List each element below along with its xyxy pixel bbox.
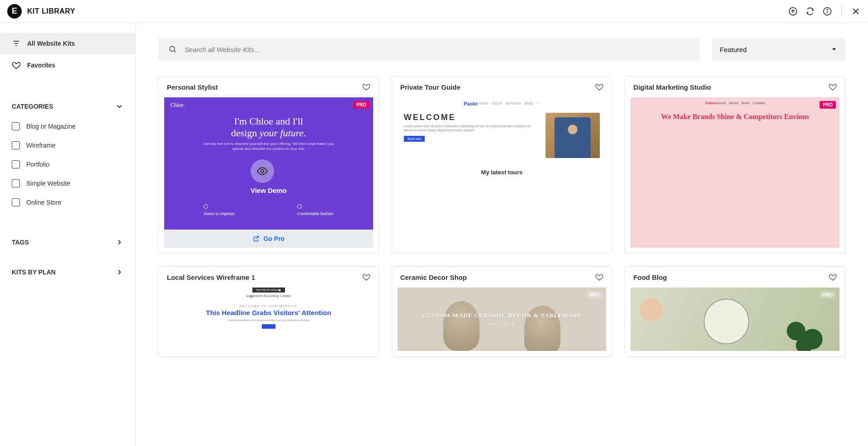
svg-point-3 xyxy=(827,9,828,10)
kit-card-digital-marketing[interactable]: Digital Marketing Studio PRO Yo&voHome A… xyxy=(625,76,845,254)
favorite-heart-icon[interactable] xyxy=(362,273,370,281)
tags-label: TAGS xyxy=(12,239,29,246)
preview-brand: Chloe. xyxy=(171,102,185,109)
main: Featured Personal Stylist PRO C xyxy=(136,23,868,446)
preview-headline: We Make Brands Shine & Competitors Envio… xyxy=(648,109,823,127)
categories-label: CATEGORIES xyxy=(12,103,53,110)
category-portfolio[interactable]: Portfolio xyxy=(0,155,135,174)
search-icon xyxy=(168,45,177,54)
kit-card-local-wireframe[interactable]: Local Services Wireframe 1 Use this for … xyxy=(158,266,379,357)
card-title: Local Services Wireframe 1 xyxy=(167,273,255,281)
tags-section: TAGS xyxy=(0,232,135,253)
category-label: Portfolio xyxy=(26,161,49,168)
category-label: Online Store xyxy=(26,199,62,206)
sidebar-item-all-kits[interactable]: All Website Kits xyxy=(0,33,135,54)
kits-grid: Personal Stylist PRO Chloe. I'm Chloe an… xyxy=(158,76,845,357)
plan-section: KITS BY PLAN xyxy=(0,262,135,283)
filter-icon xyxy=(12,39,21,48)
card-title: Ceramic Decor Shop xyxy=(400,273,467,281)
card-preview: Use this for info✉ ☎ LogoHome About Blog… xyxy=(164,288,373,351)
category-label: Blog or Magazine xyxy=(26,123,76,130)
card-header: Ceramic Decor Shop xyxy=(392,267,612,288)
topbar: E KIT LIBRARY xyxy=(0,0,868,23)
favorite-heart-icon[interactable] xyxy=(829,273,837,281)
preview-features: Dress to impress Comfortable fashion xyxy=(172,204,365,216)
card-title: Private Tour Guide xyxy=(400,83,460,91)
sort-selected: Featured xyxy=(720,46,747,53)
plan-header[interactable]: KITS BY PLAN xyxy=(0,262,135,283)
checkbox-icon xyxy=(12,122,20,130)
chevron-right-icon xyxy=(115,268,123,276)
sidebar-item-label: Favorites xyxy=(27,62,55,69)
info-icon[interactable] xyxy=(822,6,832,16)
category-label: Wireframe xyxy=(26,142,56,149)
controls: Featured xyxy=(158,38,845,61)
svg-marker-11 xyxy=(832,48,836,51)
kit-card-private-tour[interactable]: Private Tour Guide PaoloHome About Servi… xyxy=(392,76,612,254)
eye-icon xyxy=(251,159,274,183)
heart-icon xyxy=(12,61,21,70)
card-title: Food Blog xyxy=(633,273,667,281)
category-store[interactable]: Online Store xyxy=(0,193,135,212)
pro-badge: PRO xyxy=(820,101,836,109)
preview-body: PRO Chloe. I'm Chloe and I'lldesign your… xyxy=(164,97,373,230)
external-link-icon xyxy=(252,235,260,242)
refresh-icon[interactable] xyxy=(805,6,815,16)
checkbox-icon xyxy=(12,160,20,168)
page-title: KIT LIBRARY xyxy=(27,7,75,15)
categories-header[interactable]: CATEGORIES xyxy=(0,96,135,117)
chevron-down-icon xyxy=(115,102,123,110)
checkbox-icon xyxy=(12,179,20,187)
sidebar: All Website Kits Favorites CATEGORIES Bl… xyxy=(0,23,136,446)
pro-badge: PRO xyxy=(587,291,603,299)
checkbox-icon xyxy=(12,198,20,206)
topbar-right xyxy=(788,6,861,16)
pro-badge: PRO xyxy=(353,101,370,109)
upload-icon[interactable] xyxy=(788,6,798,16)
favorite-heart-icon[interactable] xyxy=(595,83,603,91)
sort-dropdown[interactable]: Featured xyxy=(711,38,845,61)
card-header: Local Services Wireframe 1 xyxy=(159,267,379,288)
svg-line-10 xyxy=(174,51,176,53)
layout: All Website Kits Favorites CATEGORIES Bl… xyxy=(0,23,868,446)
card-title: Digital Marketing Studio xyxy=(633,83,711,91)
preview-body: Use this for info✉ ☎ LogoHome About Blog… xyxy=(164,288,373,351)
preview-sub: Use this text box to describe yourself a… xyxy=(201,142,336,151)
search-box[interactable] xyxy=(158,38,700,61)
caret-down-icon xyxy=(831,46,837,53)
sidebar-item-favorites[interactable]: Favorites xyxy=(0,54,135,76)
svg-point-12 xyxy=(261,170,264,173)
svg-point-9 xyxy=(170,46,175,51)
category-blog[interactable]: Blog or Magazine xyxy=(0,117,135,136)
go-pro-label: Go Pro xyxy=(263,235,285,242)
kit-card-ceramic-shop[interactable]: Ceramic Decor Shop PRO CUSTOM-MADE CERAM… xyxy=(392,266,612,357)
pro-badge: PRO xyxy=(820,291,836,299)
chevron-right-icon xyxy=(115,238,123,246)
preview-body: PRO CUSTOM-MADE CERAMIC DECOR & TABLEWAR… xyxy=(398,288,607,351)
card-preview: PRO xyxy=(631,288,840,351)
divider xyxy=(841,6,842,16)
favorite-heart-icon[interactable] xyxy=(595,273,603,281)
card-preview: PRO Chloe. I'm Chloe and I'lldesign your… xyxy=(164,97,373,248)
elementor-logo-icon: E xyxy=(7,4,22,19)
card-preview: PRO Yo&voHome About Work Contact We Make… xyxy=(631,97,840,248)
topbar-left: E KIT LIBRARY xyxy=(7,4,75,19)
tags-header[interactable]: TAGS xyxy=(0,232,135,253)
favorite-heart-icon[interactable] xyxy=(829,83,837,91)
category-wireframe[interactable]: Wireframe xyxy=(0,136,135,155)
card-header: Food Blog xyxy=(625,267,845,288)
category-label: Simple Website xyxy=(26,180,70,187)
preview-body: PRO xyxy=(631,288,840,351)
kit-card-food-blog[interactable]: Food Blog PRO xyxy=(625,266,845,357)
favorite-heart-icon[interactable] xyxy=(362,83,370,91)
kit-card-personal-stylist[interactable]: Personal Stylist PRO Chloe. I'm Chloe an… xyxy=(158,76,379,254)
view-demo-label: View Demo xyxy=(251,187,287,194)
close-icon[interactable] xyxy=(851,6,861,16)
go-pro-button[interactable]: Go Pro xyxy=(164,230,373,248)
category-simple[interactable]: Simple Website xyxy=(0,174,135,193)
overlay[interactable]: View Demo xyxy=(251,159,287,194)
card-header: Personal Stylist xyxy=(159,77,379,97)
card-preview: PaoloHome About Services Blog ⋯ WELCOME … xyxy=(398,97,607,248)
search-input[interactable] xyxy=(185,46,690,53)
preview-body: PRO Yo&voHome About Work Contact We Make… xyxy=(631,97,840,248)
